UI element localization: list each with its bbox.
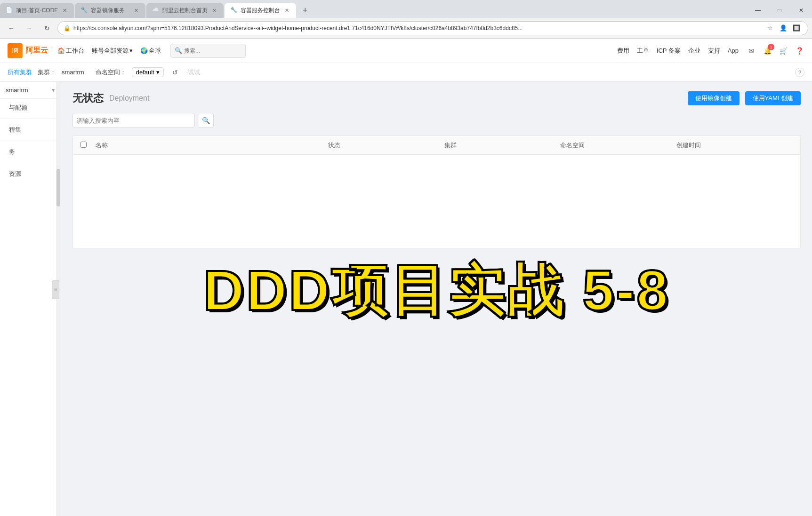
sidebar-divider-2 <box>0 141 61 141</box>
sub-help-icon[interactable]: ? <box>795 68 804 77</box>
support-link[interactable]: 支持 <box>708 47 720 55</box>
top-nav-right: 费用 工单 ICP 备案 企业 支持 App ✉ 🔔 1 🛒 ❓ <box>617 46 804 56</box>
aliyun-logo: ]阿 阿里云 <box>8 43 48 58</box>
namespace-label: 命名空间： <box>96 68 126 77</box>
bookmark-star-icon[interactable]: ☆ <box>764 23 776 34</box>
back-button[interactable]: ← <box>4 21 19 36</box>
cluster-value: smartrm <box>62 69 84 76</box>
checkbox-col-header[interactable] <box>80 142 96 149</box>
workbench-link[interactable]: 🏠 工作台 <box>57 47 84 55</box>
action-buttons: 使用镜像创建 使用YAML创建 <box>688 91 801 105</box>
top-nav: ]阿 阿里云 🏠 工作台 账号全部资源 ▾ 🌍 全球 🔍 费用 工单 ICP 备… <box>0 39 812 63</box>
minimize-button[interactable]: — <box>747 3 769 18</box>
new-tab-button[interactable]: + <box>298 3 312 17</box>
create-with-image-button[interactable]: 使用镜像创建 <box>688 91 740 105</box>
home-icon: 🏠 <box>57 47 65 54</box>
namespace-chevron-icon: ▾ <box>156 69 160 76</box>
tab-1[interactable]: 📄 项目·首页·CODE ✕ <box>0 3 74 18</box>
region-dropdown[interactable]: 🌍 全球 <box>140 47 161 55</box>
search-input-field[interactable] <box>77 117 171 124</box>
sidebar-item-with-配额[interactable]: 与配额 <box>0 99 61 117</box>
create-with-yaml-button[interactable]: 使用YAML创建 <box>745 91 801 105</box>
search-button[interactable]: 🔍 <box>199 113 214 128</box>
account-dropdown[interactable]: 账号全部资源 ▾ <box>92 47 133 55</box>
url-icons: ☆ 👤 🔲 <box>764 23 802 34</box>
search-field[interactable] <box>72 113 195 128</box>
sidebar-item-程集[interactable]: 程集 <box>0 121 61 139</box>
handle-lines-icon: ≡ <box>53 288 58 291</box>
tab-2-close[interactable]: ✕ <box>132 7 140 14</box>
cart-icon[interactable]: 🛒 <box>778 46 788 56</box>
sidebar: smartrm ▾ 与配额 程集 务 资源 ≡ <box>0 82 61 516</box>
refresh-button[interactable]: ↺ <box>169 67 181 78</box>
sidebar-item-务[interactable]: 务 <box>0 143 61 161</box>
search-input[interactable] <box>184 48 241 54</box>
tab-3-icon: ☁️ <box>152 7 160 14</box>
logo-icon: ]阿 <box>8 43 23 58</box>
sidebar-scrollbar[interactable] <box>56 82 61 516</box>
sidebar-divider-3 <box>0 163 61 163</box>
select-all-checkbox[interactable] <box>80 142 87 148</box>
tab-3-close[interactable]: ✕ <box>210 7 218 14</box>
tab-3-label: 阿里云控制台首页 <box>162 7 208 15</box>
enterprise-link[interactable]: 企业 <box>688 47 700 55</box>
page-subtitle: Deployment <box>109 94 149 103</box>
sub-nav-actions: ·试试 <box>186 68 201 77</box>
sidebar-cluster-name: smartrm <box>6 87 28 94</box>
help-icon[interactable]: ❓ <box>794 46 804 56</box>
account-label: 账号全部资源 <box>92 47 129 55</box>
tab-1-close[interactable]: ✕ <box>61 7 68 14</box>
sidebar-scroll-thumb <box>56 169 60 206</box>
search-row: 🔍 <box>72 113 801 128</box>
namespace-select[interactable]: default ▾ <box>132 67 164 77</box>
tab-4-close[interactable]: ✕ <box>283 7 290 14</box>
message-icon[interactable]: ✉ <box>746 46 756 56</box>
sidebar-divider-1 <box>0 119 61 119</box>
tab-2[interactable]: 🔧 容器镜像服务 ✕ <box>75 3 145 18</box>
reload-button[interactable]: ↻ <box>40 21 55 36</box>
notification-badge: 1 <box>768 44 774 50</box>
table-header: 名称 状态 集群 命名空间 创建时间 <box>72 135 801 154</box>
extensions-icon[interactable]: 🔲 <box>791 23 802 34</box>
window-controls: — □ ✕ <box>747 3 812 18</box>
fees-link[interactable]: 费用 <box>617 47 629 55</box>
tab-4-icon: 🔧 <box>230 7 238 14</box>
search-icon: 🔍 <box>175 47 182 54</box>
app-link[interactable]: App <box>728 47 739 54</box>
ticket-link[interactable]: 工单 <box>637 47 649 55</box>
content-area: 无状态 Deployment 使用镜像创建 使用YAML创建 🔍 名称 状态 集… <box>61 82 812 516</box>
tab-1-label: 项目·首页·CODE <box>16 7 58 15</box>
forward-button[interactable]: → <box>22 21 37 36</box>
top-nav-icons: ✉ 🔔 1 🛒 ❓ <box>746 46 804 56</box>
tab-4-label: 容器服务控制台 <box>241 7 280 15</box>
profile-icon[interactable]: 👤 <box>778 23 789 34</box>
chevron-down-icon: ▾ <box>129 47 133 54</box>
sidebar-handle-button[interactable]: ≡ <box>52 280 59 299</box>
main-layout: smartrm ▾ 与配额 程集 务 资源 ≡ 无状态 Deployment 使… <box>0 82 812 516</box>
browser-chrome: 📄 项目·首页·CODE ✕ 🔧 容器镜像服务 ✕ ☁️ 阿里云控制台首页 ✕ … <box>0 0 812 39</box>
sidebar-item-资源[interactable]: 资源 <box>0 165 61 183</box>
globe-icon: 🌍 <box>140 47 148 54</box>
tab-3[interactable]: ☁️ 阿里云控制台首页 ✕ <box>146 3 224 18</box>
page-title: 无状态 <box>72 91 104 105</box>
th-name: 名称 <box>96 141 328 150</box>
notification-icon[interactable]: 🔔 1 <box>762 46 772 56</box>
sidebar-cluster: smartrm ▾ <box>0 82 61 99</box>
tab-4[interactable]: 🔧 容器服务控制台 ✕ <box>225 3 296 18</box>
url-text: https://cs.console.aliyun.com/?spm=5176.… <box>73 25 764 32</box>
tab-2-label: 容器镜像服务 <box>91 7 129 15</box>
address-bar: ← → ↻ 🔒 https://cs.console.aliyun.com/?s… <box>0 18 812 39</box>
page-title-row: 无状态 Deployment 使用镜像创建 使用YAML创建 <box>72 91 801 105</box>
sidebar-cluster-chevron[interactable]: ▾ <box>52 87 55 94</box>
url-bar[interactable]: 🔒 https://cs.console.aliyun.com/?spm=517… <box>57 21 808 35</box>
top-search-bar[interactable]: 🔍 <box>170 44 246 58</box>
all-clusters-link[interactable]: 所有集群 <box>8 68 32 77</box>
close-button[interactable]: ✕ <box>790 3 812 18</box>
maximize-button[interactable]: □ <box>769 3 790 18</box>
th-namespace: 命名空间 <box>560 141 676 150</box>
namespace-value: default <box>136 69 154 76</box>
icp-link[interactable]: ICP 备案 <box>657 47 681 55</box>
tab-2-icon: 🔧 <box>80 7 88 14</box>
logo-text: 阿里云 <box>25 46 48 56</box>
url-lock-icon: 🔒 <box>64 25 71 32</box>
